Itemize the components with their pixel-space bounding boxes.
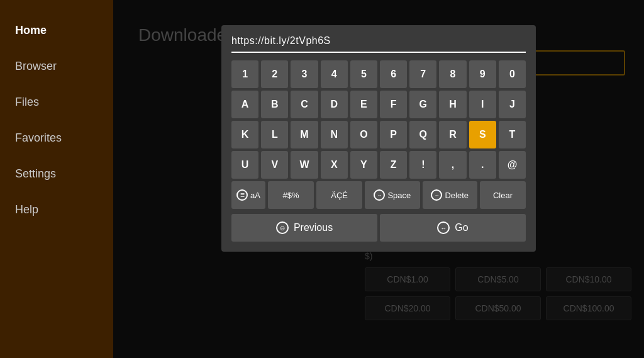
key-e[interactable]: E xyxy=(350,91,377,118)
key-r[interactable]: R xyxy=(439,121,466,148)
key-b[interactable]: B xyxy=(261,91,288,118)
key-o[interactable]: O xyxy=(350,121,377,148)
key-u[interactable]: U xyxy=(231,151,258,179)
url-display: https://bit.ly/2tVph6S xyxy=(231,35,331,46)
key-comma[interactable]: , xyxy=(439,151,466,179)
key-d[interactable]: D xyxy=(321,91,348,118)
accents-button[interactable]: ÄÇÉ xyxy=(316,181,362,209)
key-c[interactable]: C xyxy=(291,91,318,118)
previous-button[interactable]: ⊖ Previous xyxy=(231,214,377,242)
sidebar: Home Browser Files Favorites Settings He… xyxy=(0,0,113,358)
space-button[interactable]: ↔ Space xyxy=(365,181,419,209)
key-y[interactable]: Y xyxy=(350,151,377,179)
number-row: 1 2 3 4 5 6 7 8 9 0 xyxy=(231,60,526,88)
key-t[interactable]: T xyxy=(499,121,526,148)
special-keys-row: ☰ aA #$% ÄÇÉ ↔ Space ↔ Delet xyxy=(231,181,526,209)
symbols-button[interactable]: #$% xyxy=(268,181,314,209)
key-at[interactable]: @ xyxy=(499,151,526,179)
sidebar-item-home[interactable]: Home xyxy=(0,13,113,48)
key-exclaim[interactable]: ! xyxy=(409,151,436,179)
key-4[interactable]: 4 xyxy=(321,60,348,88)
key-h[interactable]: H xyxy=(439,91,466,118)
sidebar-item-browser[interactable]: Browser xyxy=(0,48,113,84)
key-6[interactable]: 6 xyxy=(380,60,407,88)
delete-icon: ↔ xyxy=(431,189,442,201)
key-3[interactable]: 3 xyxy=(291,60,318,88)
go-icon: ↔ xyxy=(437,221,450,234)
row-a-j: A B C D E F G H I J xyxy=(231,91,526,118)
key-x[interactable]: X xyxy=(321,151,348,179)
key-p[interactable]: P xyxy=(380,121,407,148)
key-m[interactable]: M xyxy=(291,121,318,148)
key-w[interactable]: W xyxy=(291,151,318,179)
delete-button[interactable]: ↔ Delete xyxy=(423,181,477,209)
key-n[interactable]: N xyxy=(321,121,348,148)
key-period[interactable]: . xyxy=(469,151,496,179)
clear-button[interactable]: Clear xyxy=(480,181,526,209)
key-z[interactable]: Z xyxy=(380,151,407,179)
overlay: https://bit.ly/2tVph6S 1 2 3 4 5 6 7 8 9… xyxy=(113,0,644,358)
key-q[interactable]: Q xyxy=(409,121,436,148)
row-k-t: K L M N O P Q R S T xyxy=(231,121,526,148)
key-g[interactable]: G xyxy=(409,91,436,118)
key-a[interactable]: A xyxy=(231,91,258,118)
case-icon: ☰ xyxy=(236,189,248,201)
key-f[interactable]: F xyxy=(380,91,407,118)
sidebar-item-files[interactable]: Files xyxy=(0,84,113,120)
keyboard-dialog: https://bit.ly/2tVph6S 1 2 3 4 5 6 7 8 9… xyxy=(221,25,536,252)
key-s[interactable]: S xyxy=(469,121,496,148)
go-button[interactable]: ↔ Go xyxy=(380,214,526,242)
key-1[interactable]: 1 xyxy=(231,60,258,88)
key-l[interactable]: L xyxy=(261,121,288,148)
space-icon: ↔ xyxy=(374,189,385,201)
sidebar-item-settings[interactable]: Settings xyxy=(0,156,113,192)
row-u-at: U V W X Y Z ! , . @ xyxy=(231,151,526,179)
key-j[interactable]: J xyxy=(499,91,526,118)
key-8[interactable]: 8 xyxy=(439,60,466,88)
key-k[interactable]: K xyxy=(231,121,258,148)
key-7[interactable]: 7 xyxy=(409,60,436,88)
nav-row: ⊖ Previous ↔ Go xyxy=(231,214,526,242)
key-0[interactable]: 0 xyxy=(499,60,526,88)
previous-icon: ⊖ xyxy=(276,221,289,234)
case-toggle-button[interactable]: ☰ aA xyxy=(231,181,265,209)
key-2[interactable]: 2 xyxy=(261,60,288,88)
key-v[interactable]: V xyxy=(261,151,288,179)
sidebar-item-favorites[interactable]: Favorites xyxy=(0,120,113,156)
main-content: Downloader ase donation buttons: $) CDN$… xyxy=(113,0,644,358)
keyboard-rows: 1 2 3 4 5 6 7 8 9 0 A B C D E xyxy=(231,60,526,242)
key-5[interactable]: 5 xyxy=(350,60,377,88)
key-i[interactable]: I xyxy=(469,91,496,118)
key-9[interactable]: 9 xyxy=(469,60,496,88)
sidebar-item-help[interactable]: Help xyxy=(0,192,113,228)
url-input-area: https://bit.ly/2tVph6S xyxy=(231,35,526,53)
